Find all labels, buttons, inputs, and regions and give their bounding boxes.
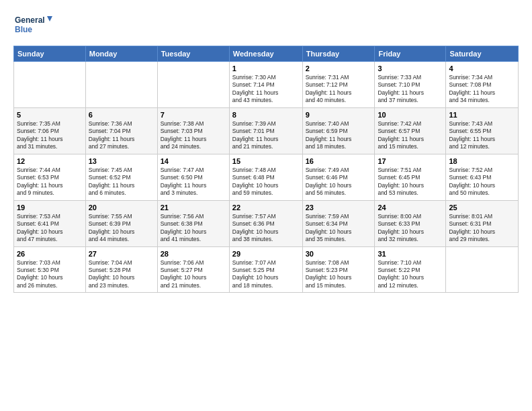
day-cell: 9Sunrise: 7:40 AM Sunset: 6:59 PM Daylig… bbox=[302, 107, 375, 154]
day-number: 25 bbox=[449, 203, 515, 212]
day-number: 6 bbox=[89, 111, 154, 119]
day-cell: 22Sunrise: 7:57 AM Sunset: 6:36 PM Dayli… bbox=[229, 200, 302, 246]
day-cell: 30Sunrise: 7:08 AM Sunset: 5:23 PM Dayli… bbox=[302, 246, 375, 293]
day-cell bbox=[157, 62, 229, 108]
col-header-saturday: Saturday bbox=[446, 46, 519, 62]
day-number: 5 bbox=[17, 111, 83, 119]
col-header-monday: Monday bbox=[85, 46, 157, 62]
day-cell: 12Sunrise: 7:44 AM Sunset: 6:53 PM Dayli… bbox=[14, 154, 86, 200]
day-info: Sunrise: 7:59 AM Sunset: 6:34 PM Dayligh… bbox=[306, 213, 372, 244]
week-row-5: 26Sunrise: 7:03 AM Sunset: 5:30 PM Dayli… bbox=[14, 246, 519, 293]
day-number: 28 bbox=[161, 250, 226, 258]
day-cell: 27Sunrise: 7:04 AM Sunset: 5:28 PM Dayli… bbox=[85, 246, 157, 293]
day-info: Sunrise: 7:48 AM Sunset: 6:48 PM Dayligh… bbox=[232, 167, 300, 197]
day-info: Sunrise: 7:52 AM Sunset: 6:43 PM Dayligh… bbox=[449, 167, 515, 197]
day-info: Sunrise: 7:38 AM Sunset: 7:03 PM Dayligh… bbox=[161, 120, 226, 151]
day-cell: 20Sunrise: 7:55 AM Sunset: 6:39 PM Dayli… bbox=[85, 200, 157, 246]
day-cell: 15Sunrise: 7:48 AM Sunset: 6:48 PM Dayli… bbox=[229, 154, 302, 200]
header: General Blue bbox=[13, 12, 519, 39]
week-row-4: 19Sunrise: 7:53 AM Sunset: 6:41 PM Dayli… bbox=[14, 200, 519, 246]
day-number: 15 bbox=[232, 157, 300, 165]
day-cell: 19Sunrise: 7:53 AM Sunset: 6:41 PM Dayli… bbox=[14, 200, 86, 246]
day-number: 19 bbox=[17, 203, 83, 212]
day-info: Sunrise: 7:07 AM Sunset: 5:25 PM Dayligh… bbox=[232, 259, 300, 290]
week-row-3: 12Sunrise: 7:44 AM Sunset: 6:53 PM Dayli… bbox=[14, 154, 519, 200]
day-cell: 28Sunrise: 7:06 AM Sunset: 5:27 PM Dayli… bbox=[157, 246, 229, 293]
day-info: Sunrise: 7:30 AM Sunset: 7:14 PM Dayligh… bbox=[232, 74, 300, 105]
day-info: Sunrise: 7:57 AM Sunset: 6:36 PM Dayligh… bbox=[232, 213, 300, 244]
week-row-1: 1Sunrise: 7:30 AM Sunset: 7:14 PM Daylig… bbox=[14, 62, 519, 108]
day-number: 4 bbox=[449, 64, 515, 73]
day-number: 12 bbox=[17, 157, 83, 165]
day-cell bbox=[85, 62, 157, 108]
day-info: Sunrise: 7:39 AM Sunset: 7:01 PM Dayligh… bbox=[232, 120, 300, 151]
day-info: Sunrise: 7:55 AM Sunset: 6:39 PM Dayligh… bbox=[89, 213, 154, 244]
day-cell: 10Sunrise: 7:42 AM Sunset: 6:57 PM Dayli… bbox=[375, 107, 446, 154]
day-cell: 5Sunrise: 7:35 AM Sunset: 7:06 PM Daylig… bbox=[14, 107, 86, 154]
day-info: Sunrise: 7:49 AM Sunset: 6:46 PM Dayligh… bbox=[306, 167, 372, 197]
day-cell: 11Sunrise: 7:43 AM Sunset: 6:55 PM Dayli… bbox=[446, 107, 519, 154]
day-number: 23 bbox=[306, 203, 372, 212]
day-info: Sunrise: 7:42 AM Sunset: 6:57 PM Dayligh… bbox=[378, 120, 443, 151]
day-cell: 18Sunrise: 7:52 AM Sunset: 6:43 PM Dayli… bbox=[446, 154, 519, 200]
day-number: 1 bbox=[232, 64, 300, 73]
day-cell: 2Sunrise: 7:31 AM Sunset: 7:12 PM Daylig… bbox=[302, 62, 375, 108]
day-number: 21 bbox=[161, 203, 226, 212]
day-info: Sunrise: 7:06 AM Sunset: 5:27 PM Dayligh… bbox=[161, 259, 226, 290]
day-info: Sunrise: 7:47 AM Sunset: 6:50 PM Dayligh… bbox=[161, 167, 226, 197]
day-number: 27 bbox=[89, 250, 154, 258]
day-cell bbox=[446, 246, 519, 293]
day-cell: 23Sunrise: 7:59 AM Sunset: 6:34 PM Dayli… bbox=[302, 200, 375, 246]
col-header-tuesday: Tuesday bbox=[157, 46, 229, 62]
day-cell: 24Sunrise: 8:00 AM Sunset: 6:33 PM Dayli… bbox=[375, 200, 446, 246]
day-info: Sunrise: 7:45 AM Sunset: 6:52 PM Dayligh… bbox=[89, 167, 154, 197]
day-info: Sunrise: 7:04 AM Sunset: 5:28 PM Dayligh… bbox=[89, 259, 154, 290]
day-number: 14 bbox=[161, 157, 226, 165]
day-info: Sunrise: 7:44 AM Sunset: 6:53 PM Dayligh… bbox=[17, 167, 83, 197]
day-number: 18 bbox=[449, 157, 515, 165]
col-header-thursday: Thursday bbox=[302, 46, 375, 62]
day-cell: 13Sunrise: 7:45 AM Sunset: 6:52 PM Dayli… bbox=[85, 154, 157, 200]
calendar-table: SundayMondayTuesdayWednesdayThursdayFrid… bbox=[13, 46, 519, 293]
day-info: Sunrise: 7:51 AM Sunset: 6:45 PM Dayligh… bbox=[378, 167, 443, 197]
day-number: 16 bbox=[306, 157, 372, 165]
day-info: Sunrise: 7:35 AM Sunset: 7:06 PM Dayligh… bbox=[17, 120, 83, 151]
logo-svg: General Blue bbox=[13, 12, 54, 39]
day-info: Sunrise: 8:00 AM Sunset: 6:33 PM Dayligh… bbox=[378, 213, 443, 244]
day-number: 20 bbox=[89, 203, 154, 212]
day-number: 3 bbox=[378, 64, 443, 73]
day-number: 26 bbox=[17, 250, 83, 258]
day-info: Sunrise: 8:01 AM Sunset: 6:31 PM Dayligh… bbox=[449, 213, 515, 244]
header-row: SundayMondayTuesdayWednesdayThursdayFrid… bbox=[14, 46, 519, 62]
day-info: Sunrise: 7:56 AM Sunset: 6:38 PM Dayligh… bbox=[161, 213, 226, 244]
day-number: 8 bbox=[232, 111, 300, 119]
svg-marker-2 bbox=[47, 16, 52, 21]
day-number: 11 bbox=[449, 111, 515, 119]
calendar-body: 1Sunrise: 7:30 AM Sunset: 7:14 PM Daylig… bbox=[14, 62, 519, 293]
day-cell: 8Sunrise: 7:39 AM Sunset: 7:01 PM Daylig… bbox=[229, 107, 302, 154]
day-number: 2 bbox=[306, 64, 372, 73]
day-info: Sunrise: 7:34 AM Sunset: 7:08 PM Dayligh… bbox=[449, 74, 515, 105]
svg-text:General: General bbox=[15, 15, 45, 25]
day-info: Sunrise: 7:03 AM Sunset: 5:30 PM Dayligh… bbox=[17, 259, 83, 290]
day-number: 29 bbox=[232, 250, 300, 258]
day-cell: 3Sunrise: 7:33 AM Sunset: 7:10 PM Daylig… bbox=[375, 62, 446, 108]
col-header-sunday: Sunday bbox=[14, 46, 86, 62]
day-number: 31 bbox=[378, 250, 443, 258]
day-info: Sunrise: 7:08 AM Sunset: 5:23 PM Dayligh… bbox=[306, 259, 372, 290]
day-info: Sunrise: 7:53 AM Sunset: 6:41 PM Dayligh… bbox=[17, 213, 83, 244]
day-cell: 6Sunrise: 7:36 AM Sunset: 7:04 PM Daylig… bbox=[85, 107, 157, 154]
day-cell: 7Sunrise: 7:38 AM Sunset: 7:03 PM Daylig… bbox=[157, 107, 229, 154]
calendar-header: SundayMondayTuesdayWednesdayThursdayFrid… bbox=[14, 46, 519, 62]
day-cell: 17Sunrise: 7:51 AM Sunset: 6:45 PM Dayli… bbox=[375, 154, 446, 200]
day-info: Sunrise: 7:40 AM Sunset: 6:59 PM Dayligh… bbox=[306, 120, 372, 151]
logo: General Blue bbox=[13, 12, 54, 39]
day-cell: 1Sunrise: 7:30 AM Sunset: 7:14 PM Daylig… bbox=[229, 62, 302, 108]
col-header-wednesday: Wednesday bbox=[229, 46, 302, 62]
col-header-friday: Friday bbox=[375, 46, 446, 62]
day-cell: 4Sunrise: 7:34 AM Sunset: 7:08 PM Daylig… bbox=[446, 62, 519, 108]
day-cell: 14Sunrise: 7:47 AM Sunset: 6:50 PM Dayli… bbox=[157, 154, 229, 200]
day-number: 13 bbox=[89, 157, 154, 165]
day-info: Sunrise: 7:36 AM Sunset: 7:04 PM Dayligh… bbox=[89, 120, 154, 151]
day-cell: 26Sunrise: 7:03 AM Sunset: 5:30 PM Dayli… bbox=[14, 246, 86, 293]
